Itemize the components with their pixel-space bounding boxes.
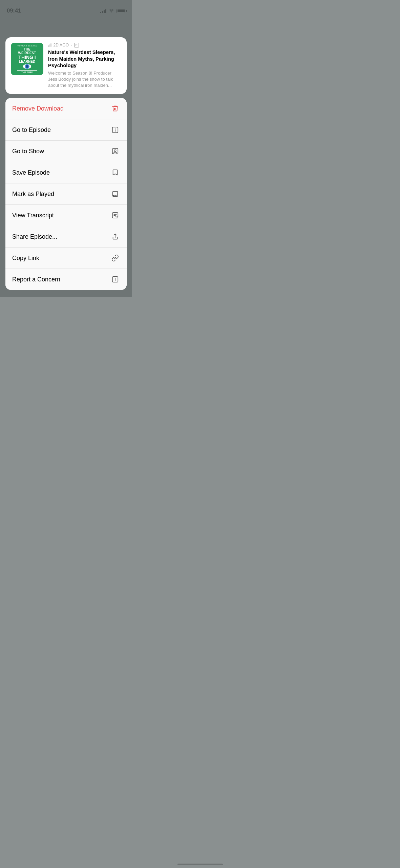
report-icon <box>110 275 120 284</box>
artwork-title-line4: THIS WEEK <box>21 71 33 73</box>
copy-link-label: Copy Link <box>12 255 39 262</box>
go-to-episode-label: Go to Episode <box>12 126 51 134</box>
share-icon <box>110 232 120 241</box>
view-transcript-label: View Transcript <box>12 212 54 219</box>
svg-point-3 <box>114 150 116 152</box>
podcast-icon <box>110 146 120 156</box>
go-to-show-item[interactable]: Go to Show <box>5 141 127 162</box>
episode-time-ago: 2D AGO <box>54 43 69 47</box>
artwork-brand: POPULAR SCIENCE <box>17 45 37 47</box>
playback-progress-icon <box>48 43 51 47</box>
svg-rect-6 <box>112 213 118 218</box>
remove-download-label: Remove Download <box>12 105 64 112</box>
transcript-icon <box>110 211 120 220</box>
share-episode-item[interactable]: Share Episode... <box>5 226 127 248</box>
report-concern-item[interactable]: Report a Concern <box>5 269 127 290</box>
mark-as-played-item[interactable]: Mark as Played <box>5 183 127 205</box>
save-episode-label: Save Episode <box>12 169 50 176</box>
go-to-episode-item[interactable]: Go to Episode <box>5 119 127 141</box>
svg-rect-2 <box>112 149 118 154</box>
artwork-title-line1: THE <box>24 47 30 51</box>
episode-description: Welcome to Season 8! Producer Jess Boddy… <box>48 70 121 89</box>
go-to-show-label: Go to Show <box>12 148 44 155</box>
mark-as-played-label: Mark as Played <box>12 191 54 198</box>
bookmark-icon <box>110 168 120 177</box>
share-episode-label: Share Episode... <box>12 233 57 240</box>
link-icon <box>110 253 120 263</box>
explicit-badge: E <box>74 43 79 47</box>
artwork-title-line3: LEARNED <box>19 60 35 63</box>
save-episode-item[interactable]: Save Episode <box>5 162 127 183</box>
copy-link-item[interactable]: Copy Link <box>5 248 127 269</box>
episode-meta: 2D AGO · E <box>48 43 121 47</box>
check-device-icon <box>110 189 120 199</box>
trash-icon <box>110 104 120 113</box>
episode-title: Nature's Weirdest Sleepers, Iron Maiden … <box>48 49 121 69</box>
episode-artwork: POPULAR SCIENCE THE WEIRDEST THING I LEA… <box>11 43 43 75</box>
remove-download-item[interactable]: Remove Download <box>5 98 127 119</box>
artwork-title-highlight: THING I <box>18 55 36 60</box>
view-transcript-item[interactable]: View Transcript <box>5 205 127 226</box>
episode-info: 2D AGO · E Nature's Weirdest Sleepers, I… <box>48 43 121 88</box>
content-area: POPULAR SCIENCE THE WEIRDEST THING I LEA… <box>0 17 132 290</box>
eye-graphic <box>23 64 31 69</box>
svg-point-5 <box>113 195 114 197</box>
report-concern-label: Report a Concern <box>12 276 60 283</box>
info-icon <box>110 125 120 135</box>
episode-card: POPULAR SCIENCE THE WEIRDEST THING I LEA… <box>5 37 127 94</box>
context-menu: Remove Download Go to Episode Go to Show <box>5 98 127 290</box>
